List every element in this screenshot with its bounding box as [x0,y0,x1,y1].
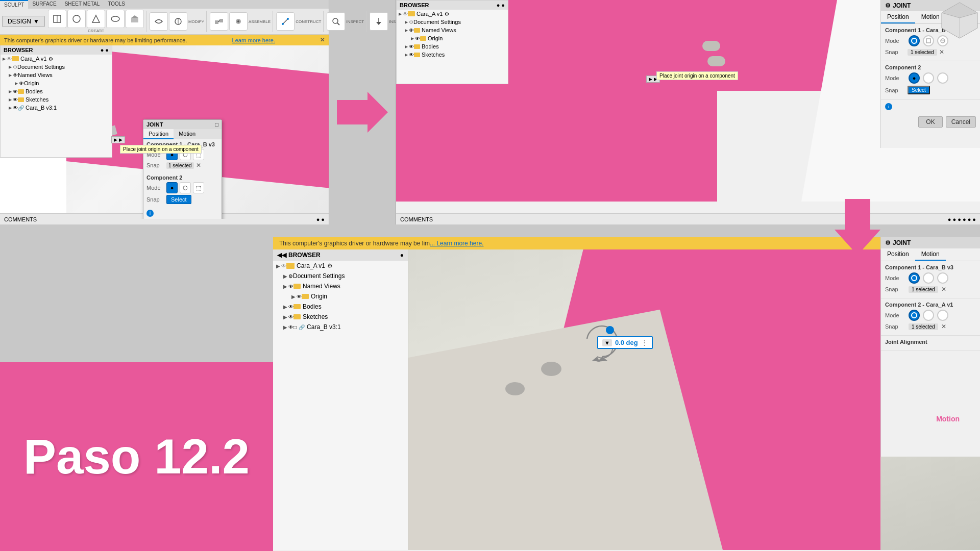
comments-controls-left[interactable]: ● ● [316,216,325,222]
mode-circle-1a[interactable] [909,35,920,46]
create-btn-2[interactable] [67,10,86,28]
browser-root-left[interactable]: ▶ 👁 Cara_A v1 ⚙ [1,55,112,63]
mode-circle-bottom-1b[interactable] [923,272,934,284]
svg-marker-3 [92,15,100,22]
warning-text: This computer's graphics driver or hardw… [4,37,187,43]
dialog-header-left[interactable]: JOINT □ [143,120,222,129]
browser-sketches-left[interactable]: ▶ 👁 Sketches [1,95,112,104]
mode-circle-bottom-2b[interactable] [923,310,934,321]
create-btn-4[interactable] [106,10,125,28]
mode-circle-bottom-1a[interactable] [909,272,920,284]
value-input[interactable]: ▼ 0.0 deg ⋮ [597,336,653,349]
browser-bottom-header: ◀◀ BROWSER ● [273,249,408,261]
browser-doc-settings-right[interactable]: ▶ ⚙ Document Settings [397,18,508,26]
design-button[interactable]: DESIGN ▼ [2,16,45,27]
snap-select-2-left[interactable]: Select [166,195,191,204]
browser-collapse-btn[interactable]: ◀◀ [277,252,286,259]
browser-named-views-right[interactable]: ▶ 👁 Named Views [397,26,508,34]
create-btn-1[interactable] [48,10,66,28]
top-left-panel: SCULPT SURFACE SHEET METAL TOOLS DESIGN … [0,0,329,224]
browser-bottom-bodies[interactable]: ▶ 👁 Bodies [273,302,408,312]
svg-point-2 [73,15,80,22]
folder-sketches [18,97,24,102]
tab-surface[interactable]: SURFACE [28,0,60,9]
browser-bodies-left[interactable]: ▶ 👁 Bodies [1,87,112,95]
browser-bodies-right[interactable]: ▶ 👁 Bodies [397,42,508,51]
tab-sculpt[interactable]: SCULPT [0,0,28,9]
snap-select-2-right[interactable]: Select [908,86,930,94]
dialog-tab-motion-left[interactable]: Motion [174,129,201,139]
mode-circle-bottom-2a[interactable] [909,310,920,321]
snap-label-1-right: Snap [885,49,905,55]
joint-tab-position-right[interactable]: Position [881,11,915,23]
value-display[interactable]: 0.0 deg [615,339,638,346]
mode-circle-2a[interactable]: ● [909,72,920,84]
construct-btn[interactable] [276,12,295,31]
mode-circle-bottom-2c[interactable] [937,310,948,321]
browser-sketches-right[interactable]: ▶ 👁 Sketches [397,51,508,59]
modify-btn-1[interactable] [150,12,168,31]
browser-named-views-left[interactable]: ▶ 👁 Named Views [1,71,112,79]
mode-circle-bottom-1c[interactable] [937,272,948,284]
browser-cara-b-left[interactable]: ▶ 👁 🔗 Cara_B v3:1 [1,104,112,112]
modify-btn-2[interactable] [169,12,187,31]
browser-bottom-doc[interactable]: ▶ ⚙ Document Settings [273,271,408,281]
create-btn-5[interactable] [126,10,144,28]
snap-clear-2-bottom[interactable]: ✕ [941,323,946,330]
cancel-btn-right[interactable]: Cancel [946,116,976,128]
browser-bottom-cara[interactable]: ▶ 👁 □ 🔗 Cara_B v3:1 [273,322,408,332]
assemble-btn-1[interactable] [210,12,228,31]
expand-icon: ▶ [3,57,6,61]
value-unit-selector[interactable]: ▼ [602,339,612,346]
settings-icon-left[interactable]: ⚙ [48,56,53,62]
bottom-row: Paso 12.2 This computer's graphics drive… [0,224,980,551]
browser-controls-right[interactable]: ● ● [497,2,505,8]
mode-row-2-left: Mode ● ⬡ ⬚ [146,182,218,193]
warning-close[interactable]: ✕ [320,37,325,43]
assemble-btn-2[interactable] [229,12,248,31]
info-icon-left[interactable]: i [146,210,154,217]
browser-bottom-sketches[interactable]: ▶ 👁 Sketches [273,312,408,322]
mode-circle-2c[interactable] [937,72,948,84]
value-more[interactable]: ⋮ [641,339,648,346]
viewport-top-left[interactable]: BROWSER ● ● ▶ 👁 Cara_A v1 ⚙ ▶ ⚙ Document… [0,45,329,219]
comments-controls-right[interactable]: ● ● ● ● ● ● [948,216,976,222]
warning-link-bottom[interactable]: ... Learn more here. [430,240,483,247]
browser-origin-left[interactable]: ▶ 👁 Origin [1,79,112,87]
mode-label-2-left: Mode [146,185,164,191]
browser-root-right[interactable]: ▶ 👁 Cara_A v1 ⚙ [397,10,508,18]
browser-bottom-dot[interactable]: ● [400,252,404,259]
snap-clear-1-right[interactable]: ✕ [939,48,944,56]
browser-doc-settings-left[interactable]: ▶ ⚙ Document Settings [1,63,112,71]
tab-sheet-metal[interactable]: SHEET METAL [61,0,104,9]
origin-label: Origin [24,80,39,86]
create-btn-3[interactable] [87,10,105,28]
mode-btn-2b[interactable]: ⬡ [180,182,191,193]
browser-bottom-root[interactable]: ▶ 👁 Cara_A v1 ⚙ [273,261,408,271]
warning-link[interactable]: Learn more here. [232,37,275,43]
browser-bottom-origin[interactable]: ▶ 👁 Origin [273,291,408,302]
snap-clear-1-left[interactable]: ✕ [196,162,201,169]
info-icon-right[interactable]: i [885,103,892,110]
dialog-tab-position-left[interactable]: Position [143,129,174,139]
ok-btn-right[interactable]: OK [918,116,942,128]
nav-cube-top[interactable] [939,0,980,41]
browser-controls-left[interactable]: ● ● [101,47,109,53]
viewport-top-right[interactable]: ▶ ▶ Place joint origin on a component BR… [396,0,980,202]
joint-tab-position-bottom[interactable]: Position [881,248,915,261]
svg-rect-9 [215,20,218,24]
mode-circle-1b[interactable] [923,35,934,46]
browser-origin-right[interactable]: ▶ 👁 Origin [397,34,508,42]
joint-tab-motion-bottom[interactable]: Motion [915,248,946,261]
component2-title-bottom: Component 2 - Cara_A v1 [885,302,976,308]
bodies-label: Bodies [26,88,43,94]
tab-tools[interactable]: TOOLS [104,0,129,9]
mode-btn-2a[interactable]: ● [166,182,178,193]
assemble-label: ASSEMBLE [249,19,271,24]
snap-clear-1-bottom[interactable]: ✕ [941,286,946,293]
mode-circle-2b[interactable] [923,72,934,84]
browser-bottom-named[interactable]: ▶ 👁 Named Views [273,281,408,291]
folder-icon-left [12,56,19,61]
mode-btn-2c[interactable]: ⬚ [193,182,204,193]
dialog-resize-left[interactable]: □ [215,121,218,128]
